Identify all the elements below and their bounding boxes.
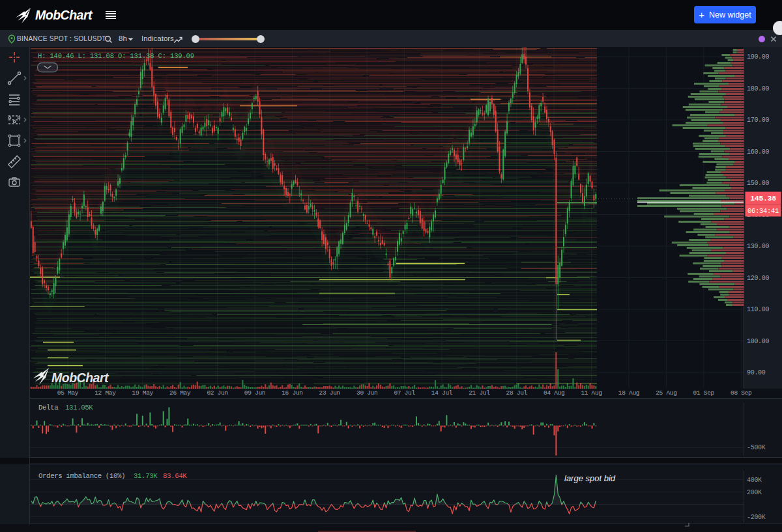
svg-text:H: 140.46 L: 131.08 O: 131.38: H: 140.46 L: 131.08 O: 131.38 C: 139.09 (38, 52, 194, 60)
svg-text:01 Sep: 01 Sep (693, 389, 715, 397)
svg-text:180.00: 180.00 (747, 85, 770, 92)
svg-text:90.00: 90.00 (747, 369, 766, 376)
svg-text:06:34:41: 06:34:41 (747, 207, 779, 215)
svg-text:18 Aug: 18 Aug (618, 389, 639, 397)
svg-text:Delta: Delta (38, 404, 59, 412)
svg-text:07 Jul: 07 Jul (394, 389, 415, 397)
svg-text:Orders imbalance (10%): Orders imbalance (10%) (38, 472, 125, 480)
svg-text:MobChart: MobChart (51, 371, 109, 385)
svg-text:14 Jul: 14 Jul (431, 389, 453, 397)
svg-text:25 Aug: 25 Aug (656, 389, 676, 397)
svg-text:19 May: 19 May (132, 389, 154, 397)
svg-text:02 Jun: 02 Jun (207, 389, 227, 397)
svg-text:26 May: 26 May (169, 389, 191, 397)
svg-text:31.73K: 31.73K (134, 472, 158, 480)
svg-text:11 Aug: 11 Aug (581, 389, 601, 397)
svg-text:04 Aug: 04 Aug (543, 389, 564, 397)
svg-text:12 May: 12 May (94, 389, 116, 397)
svg-text:16 Jun: 16 Jun (282, 389, 302, 397)
svg-text:21 Jul: 21 Jul (469, 389, 490, 397)
svg-text:83.64K: 83.64K (163, 472, 187, 480)
svg-text:200K: 200K (747, 489, 762, 496)
svg-text:large spot bid: large spot bid (564, 473, 616, 483)
svg-text:-500K: -500K (747, 444, 766, 451)
svg-text:150.00: 150.00 (747, 180, 770, 187)
svg-text:130.00: 130.00 (747, 243, 770, 250)
svg-text:28 Jul: 28 Jul (506, 389, 528, 397)
svg-text:100.00: 100.00 (747, 338, 770, 345)
svg-text:170.00: 170.00 (747, 117, 770, 124)
svg-text:110.00: 110.00 (747, 306, 770, 313)
svg-text:09 Jun: 09 Jun (244, 389, 265, 397)
svg-text:145.38: 145.38 (750, 194, 776, 203)
svg-text:30 Jun: 30 Jun (356, 389, 377, 397)
svg-text:05 May: 05 May (57, 389, 79, 397)
svg-text:-200K: -200K (747, 514, 766, 521)
svg-text:400K: 400K (747, 477, 762, 484)
svg-text:190.00: 190.00 (747, 53, 770, 61)
svg-text:131.05K: 131.05K (65, 404, 93, 412)
svg-text:08 Sep: 08 Sep (731, 389, 752, 397)
svg-text:120.00: 120.00 (747, 275, 770, 282)
svg-text:160.00: 160.00 (747, 148, 770, 156)
svg-text:23 Jun: 23 Jun (319, 389, 340, 397)
